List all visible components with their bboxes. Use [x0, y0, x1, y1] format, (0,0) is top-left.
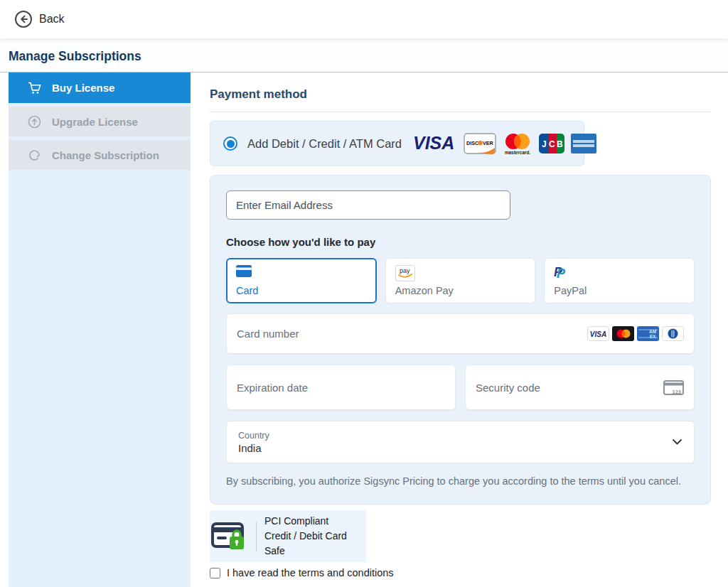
tile-card-label: Card — [236, 285, 367, 296]
card-icon — [236, 265, 367, 277]
paypal-icon: PP — [554, 265, 685, 280]
sidebar-item-change-subscription[interactable]: Change Subscription — [9, 140, 191, 170]
terms-row: I have read the terms and conditions — [210, 567, 711, 578]
svg-text:B: B — [557, 139, 563, 149]
payment-method-heading: Payment method — [210, 87, 711, 112]
pci-badge: PCI Compliant Credit / Debit Card Safe — [210, 510, 366, 562]
visa-logo: VISA — [413, 136, 457, 151]
sidebar-item-upgrade-license[interactable]: Upgrade License — [9, 107, 191, 136]
security-code-field: 123 — [465, 365, 695, 410]
terms-label: I have read the terms and conditions — [227, 567, 394, 578]
selected-radio[interactable] — [223, 136, 237, 151]
country-value: India — [238, 442, 672, 454]
sidebar-item-buy-license[interactable]: Buy License — [9, 72, 191, 103]
back-button[interactable]: Back — [14, 10, 65, 28]
visa-badge-icon: VISA — [587, 326, 609, 341]
svg-text:VER: VER — [483, 140, 494, 146]
subscription-disclaimer: By subscribing, you authorize Sigsync Pr… — [226, 475, 695, 487]
choose-pay-label: Choose how you'd like to pay — [226, 236, 695, 248]
country-select[interactable]: Country India — [226, 421, 695, 463]
amex-logo — [571, 134, 596, 154]
back-arrow-icon — [14, 10, 33, 28]
discover-logo: DISCVER — [464, 133, 496, 154]
svg-text:J: J — [542, 139, 547, 149]
svg-text:VISA: VISA — [590, 330, 606, 338]
svg-text:123: 123 — [672, 388, 681, 394]
svg-text:EX: EX — [650, 334, 656, 339]
card-payment-option[interactable]: Add Debit / Credit / ATM Card VISA DISCV… — [210, 121, 584, 166]
sidebar-item-label: Buy License — [52, 82, 114, 94]
diners-badge-icon — [662, 326, 684, 341]
sidebar-item-label: Upgrade License — [52, 116, 138, 128]
card-option-label: Add Debit / Credit / ATM Card — [247, 137, 402, 151]
main-panel: Payment method Add Debit / Credit / ATM … — [191, 72, 728, 587]
mastercard-logo: mastercard. — [503, 133, 532, 155]
svg-text:C: C — [549, 139, 555, 149]
pci-line2: Credit / Debit Card Safe — [264, 529, 366, 559]
pci-card-lock-icon — [211, 521, 248, 552]
security-code-input[interactable] — [476, 382, 663, 394]
back-label: Back — [39, 13, 65, 26]
payment-method-tiles: Card pay Amazon Pay PP PayPal — [226, 258, 695, 303]
top-bar: Back — [0, 0, 728, 38]
card-number-field: VISA AMEX — [226, 313, 695, 354]
page-header: Manage Subscriptions — [0, 38, 728, 72]
pci-divider — [256, 522, 257, 551]
amex-badge-icon: AMEX — [637, 326, 659, 341]
upgrade-icon — [28, 115, 41, 129]
card-number-input[interactable] — [237, 328, 587, 340]
refresh-icon — [28, 149, 41, 162]
payment-form-panel: Choose how you'd like to pay Card pay Am… — [210, 175, 711, 505]
cart-icon — [28, 82, 41, 95]
sidebar-item-label: Change Subscription — [52, 149, 159, 161]
svg-text:VISA: VISA — [413, 136, 454, 151]
content-area: Buy License Upgrade License Change Subsc… — [0, 72, 728, 587]
svg-text:DISC: DISC — [466, 140, 478, 146]
jcb-logo: JCB — [539, 134, 564, 154]
sidebar: Buy License Upgrade License Change Subsc… — [9, 72, 191, 587]
pci-line1: PCI Compliant — [264, 514, 366, 529]
svg-text:mastercard.: mastercard. — [505, 149, 530, 154]
cvc-icon: 123 — [663, 380, 684, 395]
tile-amazon-pay-label: Amazon Pay — [395, 285, 526, 296]
svg-text:P: P — [557, 266, 566, 280]
tile-paypal-label: PayPal — [554, 285, 685, 296]
country-label: Country — [238, 431, 672, 441]
card-brand-logos: VISA DISCVER mastercard. JCB — [413, 133, 596, 155]
amazon-pay-icon: pay — [395, 265, 526, 281]
tile-amazon-pay[interactable]: pay Amazon Pay — [385, 258, 536, 303]
accepted-card-badges: VISA AMEX — [587, 326, 684, 341]
tile-card[interactable]: Card — [226, 258, 377, 303]
email-input[interactable] — [226, 190, 510, 220]
expiration-input[interactable] — [237, 382, 445, 394]
tile-paypal[interactable]: PP PayPal — [544, 258, 695, 303]
svg-text:pay: pay — [400, 267, 410, 274]
terms-checkbox[interactable] — [210, 568, 220, 578]
chevron-down-icon — [672, 438, 682, 446]
expiration-field — [226, 365, 456, 410]
svg-text:AM: AM — [649, 329, 656, 334]
page-title: Manage Subscriptions — [9, 49, 728, 64]
mastercard-badge-icon — [612, 326, 634, 341]
